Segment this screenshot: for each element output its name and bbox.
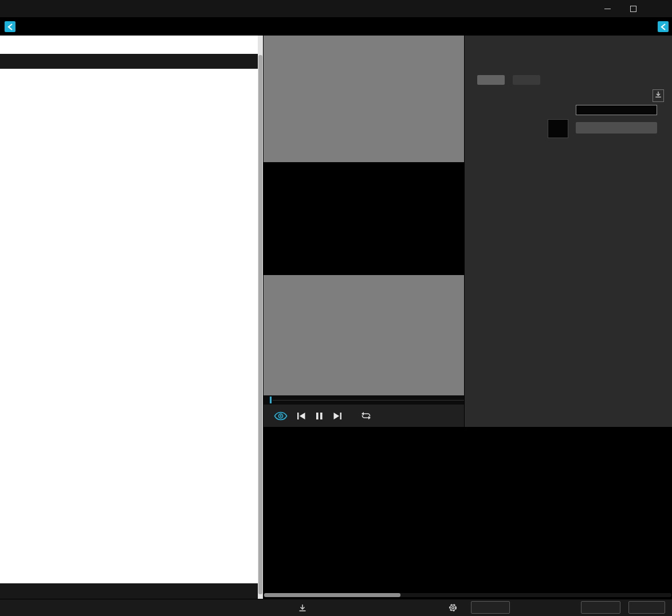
save-preset-icon[interactable] xyxy=(653,89,664,102)
playhead[interactable] xyxy=(270,397,272,403)
preview-visibility-eye-icon[interactable] xyxy=(274,411,288,421)
save-icon[interactable] xyxy=(298,603,307,615)
titlebar xyxy=(0,0,672,17)
cancel-button[interactable] xyxy=(581,601,620,614)
section-header-bokeh[interactable] xyxy=(0,583,263,599)
loop-toggle-icon[interactable] xyxy=(360,411,372,420)
timeline-track xyxy=(273,400,464,401)
bottom-bar xyxy=(0,599,672,616)
next-frame-button[interactable] xyxy=(333,412,342,420)
chevron-left-icon xyxy=(7,23,13,30)
minimize-button[interactable] xyxy=(595,0,620,17)
top-nav-bar xyxy=(0,17,672,36)
section-header-basics[interactable] xyxy=(0,54,263,69)
collapse-presets-button[interactable] xyxy=(5,21,15,32)
help-button[interactable] xyxy=(471,601,510,614)
presets-panel xyxy=(0,36,263,599)
trapcode-form-designer-window xyxy=(0,0,672,616)
preset-tabs xyxy=(0,36,263,54)
blocks-strip xyxy=(263,427,672,599)
timeline[interactable] xyxy=(264,395,464,405)
apply-button[interactable] xyxy=(628,601,665,614)
choose-model-button[interactable] xyxy=(576,122,657,134)
paste-button[interactable] xyxy=(513,75,540,85)
base-form-type-dropdown[interactable] xyxy=(576,105,657,115)
base-form-type-row xyxy=(465,105,672,115)
block-groups xyxy=(263,427,672,593)
presets-scrollbar xyxy=(258,36,263,599)
maximize-icon xyxy=(630,6,636,12)
particle-form-render xyxy=(328,183,399,254)
collapse-blocks-button[interactable] xyxy=(658,21,669,32)
pause-button[interactable] xyxy=(315,412,324,420)
preview-viewport xyxy=(264,162,464,275)
close-button[interactable] xyxy=(646,0,672,17)
model-thumbnail-swatch[interactable] xyxy=(548,119,568,138)
transport-bar xyxy=(264,405,464,427)
copy-button[interactable] xyxy=(477,75,505,85)
properties-panel xyxy=(464,36,672,427)
scrollbar-thumb[interactable] xyxy=(264,593,400,597)
preset-row xyxy=(465,91,672,101)
previous-frame-button[interactable] xyxy=(297,412,306,420)
preview-column xyxy=(263,36,464,427)
chevron-left-icon xyxy=(661,23,666,30)
scrollbar-thumb[interactable] xyxy=(258,55,262,594)
maximize-button[interactable] xyxy=(620,0,646,17)
blocks-horizontal-scrollbar xyxy=(264,593,671,597)
minimize-icon xyxy=(604,9,611,9)
gear-icon[interactable] xyxy=(448,603,458,615)
window-controls xyxy=(595,0,672,17)
